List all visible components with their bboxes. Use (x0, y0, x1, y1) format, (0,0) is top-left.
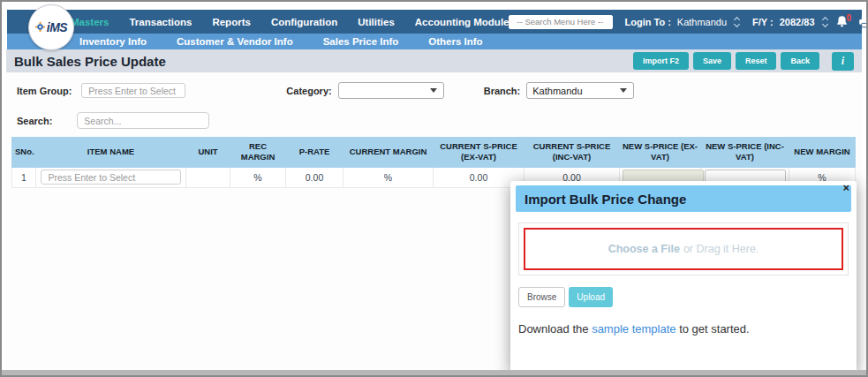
cell-unit (186, 167, 230, 187)
login-to-value[interactable]: Kathmandu (677, 17, 727, 27)
menu-item-configuration[interactable]: Configuration (271, 17, 337, 27)
file-dropzone-outer: Choose a File or Drag it Here. (518, 222, 849, 275)
fiscal-year-value[interactable]: 2082/83 (780, 17, 815, 27)
branch-select[interactable]: Kathmandu (526, 82, 634, 99)
col-current-sprice-inc-vat: CURRENT S-PRICE (INC-VAT) (525, 138, 620, 168)
fiscal-year-label: F/Y : (752, 17, 774, 27)
reset-button[interactable]: Reset (736, 52, 777, 70)
category-label: Category: (286, 86, 331, 96)
branch-selected-value: Kathmandu (532, 86, 582, 96)
table-header-row: SNo. ITEM NAME UNIT REC MARGIN P-RATE CU… (12, 138, 856, 168)
menu-item-accounting-module[interactable]: Accounting Module (415, 17, 509, 27)
modal-close-icon[interactable]: × (842, 182, 849, 193)
upload-button[interactable]: Upload (569, 287, 613, 307)
subnav-sales-price-info[interactable]: Sales Price Info (323, 36, 399, 47)
sample-template-link[interactable]: sample template (592, 322, 676, 336)
col-current-margin: CURRENT MARGIN (343, 138, 434, 168)
app-window: iMS Masters Transactions Reports Configu… (0, 0, 868, 377)
browse-button[interactable]: Browse (518, 287, 565, 307)
sub-navigation-bar: Inventory Info Customer & Vendor Info Sa… (7, 34, 862, 49)
item-group-label: Item Group: (17, 86, 72, 96)
chevron-down-icon (430, 88, 437, 93)
cell-sno: 1 (12, 167, 36, 187)
ims-logo[interactable]: iMS (28, 4, 74, 50)
gear-icon (35, 19, 45, 35)
search-label: Search: (17, 116, 52, 126)
search-row: Search: (6, 99, 862, 129)
item-group-input[interactable] (81, 83, 185, 98)
cell-current-margin: % (343, 167, 434, 187)
menu-item-utilities[interactable]: Utilities (358, 17, 395, 27)
choose-file-text[interactable]: Choose a File (608, 243, 680, 255)
cell-p-rate: 0.00 (286, 167, 343, 187)
menu-item-reports[interactable]: Reports (212, 17, 250, 27)
download-prefix-text: Download the (518, 322, 592, 336)
top-navigation-bar: Masters Transactions Reports Configurati… (7, 10, 862, 34)
col-unit: UNIT (186, 138, 230, 168)
print-icon[interactable] (857, 15, 868, 28)
subnav-customer-vendor-info[interactable]: Customer & Vendor Info (177, 36, 293, 47)
download-instruction: Download the sample template to get star… (518, 322, 849, 336)
col-new-sprice-ex-vat: NEW S-PRICE (EX-VAT) (620, 138, 701, 168)
menu-item-transactions[interactable]: Transactions (129, 17, 192, 27)
category-select[interactable] (338, 82, 444, 99)
menu-item-masters[interactable]: Masters (71, 17, 109, 27)
main-menu: Masters Transactions Reports Configurati… (71, 17, 509, 27)
col-item-name: ITEM NAME (36, 138, 186, 168)
col-current-sprice-ex-vat: CURRENT S-PRICE (EX-VAT) (434, 138, 525, 168)
window-bottom-edge (2, 370, 866, 375)
filter-row: Item Group: Category: Branch: Kathmandu (6, 72, 862, 99)
col-new-sprice-inc-vat: NEW S-PRICE (INC-VAT) (701, 138, 789, 168)
subnav-others-info[interactable]: Others Info (428, 36, 482, 47)
drag-here-text: or Drag it Here. (683, 243, 759, 255)
import-bulk-price-change-modal: Import Bulk Price Change × Choose a File… (510, 181, 857, 373)
menu-search-input[interactable] (509, 15, 613, 29)
col-sno: SNo. (12, 138, 36, 168)
back-button[interactable]: Back (781, 52, 819, 70)
branch-label: Branch: (484, 86, 521, 96)
col-p-rate: P-RATE (286, 138, 343, 168)
modal-header: Import Bulk Price Change (516, 185, 851, 212)
import-f2-button[interactable]: Import F2 (633, 52, 689, 70)
login-to-label: Login To : (624, 17, 670, 27)
item-name-input[interactable] (41, 170, 180, 185)
cell-item-name (36, 167, 186, 187)
table-search-input[interactable] (77, 112, 209, 129)
modal-title: Import Bulk Price Change (525, 192, 686, 207)
subnav-inventory-info[interactable]: Inventory Info (79, 36, 147, 47)
col-rec-margin: REC MARGIN (230, 138, 286, 168)
chevron-down-icon (620, 88, 627, 93)
download-suffix-text: to get started. (676, 322, 750, 336)
cell-rec-margin: % (230, 167, 286, 187)
notification-bell-icon[interactable]: 0 (835, 15, 852, 28)
branch-switch-chevrons-icon[interactable] (735, 18, 739, 26)
save-button[interactable]: Save (693, 52, 731, 70)
file-dropzone[interactable]: Choose a File or Drag it Here. (524, 228, 843, 270)
page-title-bar: Bulk Sales Price Update Import F2 Save R… (6, 49, 862, 72)
page-title: Bulk Sales Price Update (14, 54, 166, 69)
info-button[interactable]: i (832, 52, 854, 71)
logo-text: iMS (47, 20, 67, 34)
col-new-margin: NEW MARGIN (789, 138, 856, 168)
notification-count-badge: 0 (847, 13, 852, 23)
fiscal-year-chevrons-icon[interactable] (823, 18, 827, 26)
